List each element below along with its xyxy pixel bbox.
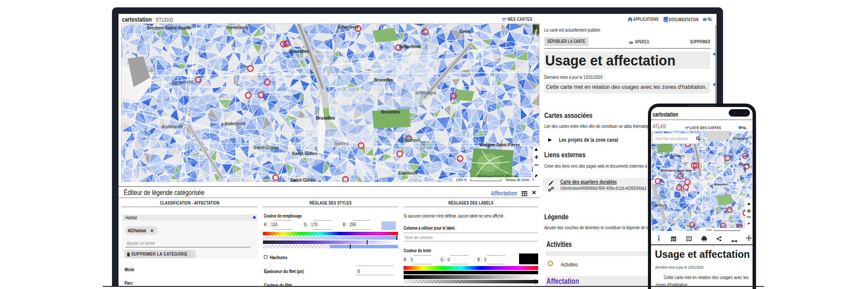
svg-text:Bruxelles: Bruxelles <box>316 115 335 120</box>
svg-text:Saint-Gilles: Saint-Gilles <box>292 151 318 156</box>
svg-text:Etterbeek: Etterbeek <box>401 137 421 143</box>
svg-text:Anderlecht: Anderlecht <box>172 79 193 84</box>
svg-text:Ixelles: Ixelles <box>721 207 732 211</box>
svg-text:Schaerbeek: Schaerbeek <box>415 90 437 95</box>
svg-text:Molenbeek-Saint-Jean: Molenbeek-Saint-Jean <box>661 169 692 172</box>
svg-text:Schaerbeek: Schaerbeek <box>399 44 421 49</box>
svg-text:Bruxelles: Bruxelles <box>714 182 728 186</box>
svg-text:Berchem-Sainte-Agathe: Berchem-Sainte-Agathe <box>147 25 192 30</box>
svg-text:derlecht: derlecht <box>655 203 667 207</box>
svg-text:Etterbeek: Etterbeek <box>398 170 418 175</box>
svg-text:Ixelles: Ixelles <box>334 141 349 146</box>
svg-text:Anderlecht: Anderlecht <box>162 124 183 129</box>
svg-text:Anderlecht: Anderlecht <box>224 121 246 126</box>
svg-text:Saint-Gilles: Saint-Gilles <box>290 177 316 182</box>
svg-text:Bruxelles: Bruxelles <box>374 77 393 82</box>
svg-text:Schaerb: Schaerb <box>739 162 750 166</box>
svg-text:Evere: Evere <box>460 29 470 34</box>
svg-text:Woluwe-Saint-Pierre: Woluwe-Saint-Pierre <box>480 142 520 147</box>
svg-text:Bruxelles: Bruxelles <box>381 109 400 114</box>
svg-text:Koekelberg: Koekelberg <box>227 25 248 30</box>
svg-text:Bruxelles: Bruxelles <box>290 49 309 54</box>
svg-text:Schaerbeek: Schaerbeek <box>733 136 748 140</box>
svg-text:Saint-Gilles: Saint-Gilles <box>253 145 279 150</box>
svg-text:Koekelberg: Koekelberg <box>669 154 684 158</box>
svg-text:Schaerbeek: Schaerbeek <box>338 24 359 29</box>
